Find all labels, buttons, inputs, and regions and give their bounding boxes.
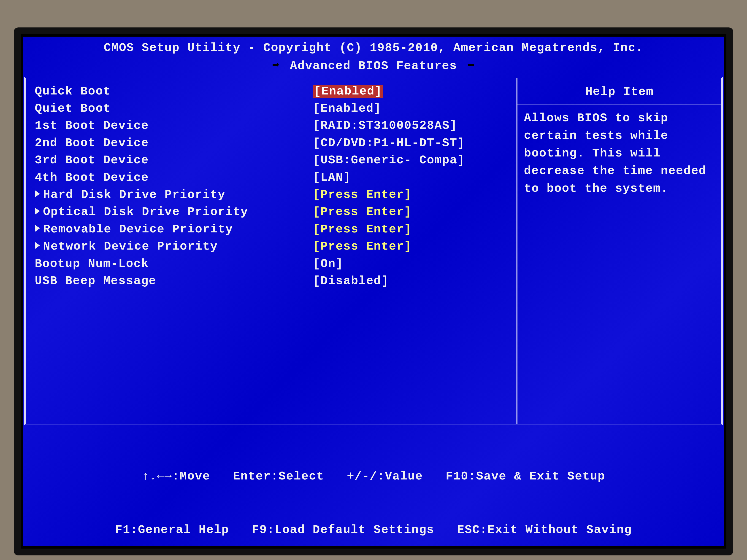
setting-row[interactable]: Quiet Boot[Enabled] <box>35 100 514 117</box>
setting-label: 4th Boot Device <box>35 169 313 186</box>
setting-value[interactable]: [Press Enter] <box>313 238 412 255</box>
setting-label: 1st Boot Device <box>35 117 313 134</box>
setting-value[interactable]: [Press Enter] <box>313 186 412 203</box>
setting-label: Quiet Boot <box>35 100 313 117</box>
setting-row[interactable]: Optical Disk Drive Priority[Press Enter] <box>35 203 514 220</box>
page-subtitle: Advanced BIOS Features <box>290 59 457 73</box>
setting-value[interactable]: [USB:Generic- Compa] <box>313 152 465 169</box>
help-title: Help Item <box>517 78 721 105</box>
setting-value[interactable]: [Enabled] <box>313 100 381 117</box>
footer-line-1: ↑↓←→:Move Enter:Select +/-/:Value F10:Sa… <box>25 468 722 485</box>
footer-hints: ↑↓←→:Move Enter:Select +/-/:Value F10:Sa… <box>23 425 724 560</box>
page-subtitle-row: ➡ Advanced BIOS Features ⬅ <box>23 57 724 77</box>
setting-row[interactable]: 1st Boot Device[RAID:ST31000528AS] <box>35 117 514 134</box>
setting-label: Removable Device Priority <box>35 221 313 238</box>
help-body: Allows BIOS to skip certain tests while … <box>517 105 721 202</box>
setting-row[interactable]: Removable Device Priority[Press Enter] <box>35 221 514 238</box>
monitor-bezel: CMOS Setup Utility - Copyright (C) 1985-… <box>14 27 733 555</box>
setting-row[interactable]: Quick Boot[Enabled] <box>35 83 514 100</box>
setting-value[interactable]: [RAID:ST31000528AS] <box>313 117 457 134</box>
help-panel: Help Item Allows BIOS to skip certain te… <box>516 78 721 424</box>
setting-label: Quick Boot <box>35 83 313 100</box>
setting-label: Bootup Num-Lock <box>35 255 313 272</box>
bios-screen: CMOS Setup Utility - Copyright (C) 1985-… <box>23 36 724 546</box>
setting-row[interactable]: USB Beep Message[Disabled] <box>35 272 514 290</box>
arrow-left-icon: ⬅ <box>465 59 477 73</box>
setting-label: Hard Disk Drive Priority <box>35 186 313 203</box>
settings-list[interactable]: Quick Boot[Enabled]Quiet Boot[Enabled]1s… <box>26 78 516 424</box>
setting-value[interactable]: [Enabled] <box>313 83 383 100</box>
content-frame: Quick Boot[Enabled]Quiet Boot[Enabled]1s… <box>24 77 723 425</box>
setting-row[interactable]: 2nd Boot Device[CD/DVD:P1-HL-DT-ST] <box>35 134 514 152</box>
setting-value[interactable]: [LAN] <box>313 169 351 186</box>
setting-value[interactable]: [CD/DVD:P1-HL-DT-ST] <box>313 134 465 152</box>
page-title: CMOS Setup Utility - Copyright (C) 1985-… <box>23 36 724 57</box>
setting-value[interactable]: [Disabled] <box>313 272 389 290</box>
setting-label: Optical Disk Drive Priority <box>35 203 313 220</box>
setting-value[interactable]: [Press Enter] <box>313 221 412 238</box>
setting-row[interactable]: 3rd Boot Device[USB:Generic- Compa] <box>35 152 514 169</box>
submenu-triangle-icon <box>35 242 40 249</box>
setting-label: USB Beep Message <box>35 272 313 290</box>
setting-row[interactable]: Hard Disk Drive Priority[Press Enter] <box>35 186 514 203</box>
setting-row[interactable]: Bootup Num-Lock[On] <box>35 255 514 272</box>
setting-value[interactable]: [Press Enter] <box>313 203 412 220</box>
submenu-triangle-icon <box>35 190 40 197</box>
setting-value[interactable]: [On] <box>313 255 343 272</box>
submenu-triangle-icon <box>35 224 40 232</box>
setting-label: Network Device Priority <box>35 238 313 255</box>
setting-label: 2nd Boot Device <box>35 134 313 152</box>
setting-label: 3rd Boot Device <box>35 152 313 169</box>
footer-line-2: F1:General Help F9:Load Default Settings… <box>25 521 722 539</box>
setting-row[interactable]: 4th Boot Device[LAN] <box>35 169 514 186</box>
arrow-right-icon: ➡ <box>270 59 282 73</box>
submenu-triangle-icon <box>35 208 40 215</box>
setting-row[interactable]: Network Device Priority[Press Enter] <box>35 238 514 255</box>
